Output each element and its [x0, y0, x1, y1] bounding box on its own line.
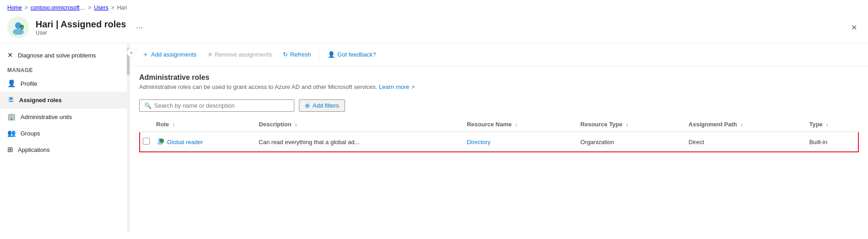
- add-filters-button[interactable]: ⊕ Add filters: [299, 99, 345, 112]
- feedback-icon: 👤: [328, 51, 335, 58]
- sidebar-item-admin-units[interactable]: 🏢 Administrative units: [0, 109, 130, 125]
- search-icon: 🔍: [144, 102, 152, 109]
- svg-point-5: [10, 98, 12, 100]
- page-title: Hari | Assigned roles: [36, 19, 126, 30]
- col-description: Description ↕: [256, 117, 464, 132]
- row-type: Built-in: [806, 132, 858, 152]
- admin-units-icon: 🏢: [7, 113, 16, 121]
- table-row: ✓ Global reader Can read everything that…: [140, 132, 858, 152]
- header-ellipsis-button[interactable]: ···: [136, 23, 143, 32]
- plus-icon: ＋: [142, 50, 149, 59]
- search-box[interactable]: 🔍: [139, 99, 294, 112]
- breadcrumb-current: Hari: [117, 5, 127, 11]
- filter-icon: ⊕: [305, 102, 310, 109]
- col-type: Type ↕: [806, 117, 858, 132]
- table-header-row: Role ↕ Description ↕ Resource Name ↕ R: [140, 117, 858, 132]
- sidebar-label-admin-units: Administrative units: [21, 114, 72, 120]
- sort-resource-name-icon[interactable]: ↕: [515, 122, 518, 127]
- sidebar-item-diagnose[interactable]: ✕ Diagnose and solve problems: [0, 47, 130, 63]
- sidebar-label-profile: Profile: [21, 80, 37, 87]
- search-filter-row: 🔍 ⊕ Add filters: [130, 96, 868, 117]
- breadcrumb-tenant[interactable]: contoso.onmicrosoft.com: [31, 5, 85, 11]
- page-header: ✓ Hari | Assigned roles User ··· ✕: [0, 14, 868, 43]
- checkbox-header: [140, 117, 153, 132]
- row-resource-type: Organization: [578, 132, 686, 152]
- applications-icon: ⊞: [7, 145, 13, 154]
- admin-section-desc: Administrative roles can be used to gran…: [139, 83, 859, 90]
- sidebar-label-groups: Groups: [21, 130, 40, 137]
- admin-section-title: Administrative roles: [139, 73, 859, 82]
- groups-icon: 👥: [7, 129, 16, 137]
- profile-icon: 👤: [7, 79, 16, 88]
- row-checkbox[interactable]: [143, 138, 150, 145]
- admin-section: Administrative roles Administrative role…: [130, 66, 868, 96]
- wrench-icon: ✕: [7, 51, 13, 59]
- sidebar-item-groups[interactable]: 👥 Groups: [0, 125, 130, 141]
- close-button[interactable]: ✕: [847, 21, 861, 34]
- feedback-button[interactable]: 👤 Got feedback?: [323, 49, 381, 60]
- learn-more-link[interactable]: Learn more: [379, 83, 409, 90]
- breadcrumb-home[interactable]: Home: [7, 5, 22, 11]
- roles-table: Role ↕ Description ↕ Resource Name ↕ R: [139, 117, 859, 152]
- sidebar-collapse-button[interactable]: «: [127, 48, 136, 57]
- row-resource-name: Directory: [464, 132, 578, 152]
- content-area: ＋ Add assignments ✕ Remove assignments ↻…: [130, 43, 868, 232]
- role-name: Global reader: [167, 139, 203, 145]
- row-assignment-path: Direct: [686, 132, 806, 152]
- sort-resource-type-icon[interactable]: ↕: [626, 122, 628, 127]
- sidebar-label-diagnose: Diagnose and solve problems: [18, 52, 96, 59]
- toolbar: ＋ Add assignments ✕ Remove assignments ↻…: [130, 43, 868, 66]
- avatar: ✓: [7, 16, 29, 38]
- row-description: Can read everything that a global ad...: [256, 132, 464, 152]
- sort-assignment-path-icon[interactable]: ↕: [741, 122, 743, 127]
- breadcrumb: Home > contoso.onmicrosoft.com > Users >…: [0, 0, 868, 14]
- table-container: Role ↕ Description ↕ Resource Name ↕ R: [130, 117, 868, 152]
- external-link-icon: ↗: [411, 84, 415, 90]
- sort-role-icon[interactable]: ↕: [173, 122, 175, 127]
- refresh-icon: ↻: [283, 51, 288, 58]
- sidebar-item-profile[interactable]: 👤 Profile: [0, 75, 130, 92]
- assigned-roles-icon: [7, 96, 15, 104]
- role-icon: ✓: [156, 137, 164, 147]
- sidebar-label-applications: Applications: [18, 146, 50, 153]
- col-resource-type: Resource Type ↕: [578, 117, 686, 132]
- sidebar-manage-label: Manage: [0, 63, 130, 75]
- col-resource-name: Resource Name ↕: [464, 117, 578, 132]
- svg-text:✓: ✓: [21, 26, 23, 29]
- sort-description-icon[interactable]: ↕: [295, 122, 297, 127]
- col-assignment-path: Assignment Path ↕: [686, 117, 806, 132]
- row-role: ✓ Global reader: [153, 132, 256, 152]
- directory-link[interactable]: Directory: [467, 139, 491, 145]
- sidebar-label-assigned-roles: Assigned roles: [19, 97, 62, 104]
- col-role: Role ↕: [153, 117, 256, 132]
- search-input[interactable]: [154, 102, 289, 109]
- global-reader-link[interactable]: ✓ Global reader: [156, 137, 253, 147]
- toolbar-divider: [319, 50, 319, 59]
- sidebar-item-assigned-roles[interactable]: Assigned roles: [0, 92, 130, 109]
- svg-text:✓: ✓: [161, 140, 163, 142]
- breadcrumb-users[interactable]: Users: [94, 5, 108, 11]
- sidebar: « ✕ Diagnose and solve problems Manage 👤…: [0, 43, 130, 232]
- sidebar-item-applications[interactable]: ⊞ Applications: [0, 141, 130, 158]
- x-icon: ✕: [208, 51, 213, 58]
- remove-assignments-button[interactable]: ✕ Remove assignments: [203, 49, 277, 60]
- sort-type-icon[interactable]: ↕: [826, 122, 828, 127]
- page-subtitle: User: [36, 30, 126, 36]
- add-assignments-button[interactable]: ＋ Add assignments: [137, 48, 201, 61]
- row-checkbox-cell: [140, 132, 153, 152]
- refresh-button[interactable]: ↻ Refresh: [278, 49, 316, 60]
